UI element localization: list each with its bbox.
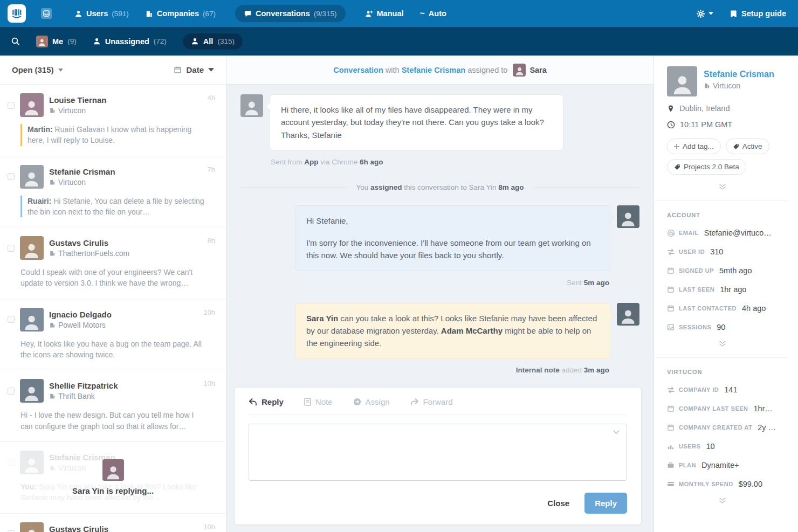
map-pin-icon bbox=[667, 105, 675, 113]
list-item[interactable]: Louise Tiernan Virtucon 4h Martin: Ruair… bbox=[0, 85, 226, 156]
timestamp: 10h bbox=[203, 308, 215, 316]
filter-all-label: All bbox=[203, 37, 214, 46]
list-item[interactable]: Gustavs Cirulis ThathertonFuels.com 10h bbox=[0, 514, 226, 532]
reply-arrow-icon bbox=[249, 398, 257, 406]
customer-message-bubble: Hi there, it looks like all of my files … bbox=[270, 94, 563, 150]
conversation-panel: Conversation with Stefanie Crisman assig… bbox=[226, 56, 653, 532]
replying-overlay: Sara Yin is replying... bbox=[0, 442, 226, 513]
contact-name: Gustavs Cirulis bbox=[49, 238, 129, 247]
nav-companies-label: Companies bbox=[157, 9, 199, 18]
nav-companies-count: (67) bbox=[203, 10, 216, 18]
contact-link[interactable]: Stefanie Crisman bbox=[402, 66, 465, 74]
avatar bbox=[102, 459, 124, 481]
filter-unassigned[interactable]: Unassigned (72) bbox=[93, 37, 167, 46]
expand-composer-icon[interactable] bbox=[613, 430, 620, 434]
chevron-down-icon bbox=[708, 12, 713, 15]
assignee-name: Sara bbox=[529, 66, 546, 74]
checkbox[interactable] bbox=[8, 173, 15, 180]
reply-input[interactable] bbox=[249, 424, 627, 481]
expand-company-icon[interactable] bbox=[667, 497, 778, 505]
data-row-monthly-spend: MONTHLY SPEND $99.00 bbox=[667, 480, 788, 488]
data-row-email: EMAIL Stefanie@virtuco… bbox=[667, 229, 788, 237]
tab-forward-label: Forward bbox=[423, 397, 453, 406]
list-item[interactable]: Ignacio Delgado Powell Motors 10h Hey, I… bbox=[0, 299, 226, 371]
user-icon bbox=[93, 37, 101, 45]
filter-me[interactable]: Me (9) bbox=[36, 36, 77, 47]
nav-conversations[interactable]: Conversations (9/315) bbox=[235, 5, 346, 22]
building-icon bbox=[49, 107, 56, 114]
nav-users[interactable]: Users (591) bbox=[74, 9, 129, 18]
list-item[interactable]: Stefanie Crisman Virtucon 7h Ruairi: Hi … bbox=[0, 156, 226, 228]
list-item[interactable]: Gustavs Cirulis ThathertonFuels.com 8h C… bbox=[0, 227, 226, 299]
checkbox[interactable] bbox=[8, 102, 15, 109]
building-icon bbox=[49, 250, 56, 257]
list-item-replying[interactable]: Stefanie Crisman Virtucon You: Sara Yin … bbox=[0, 442, 226, 514]
tag-list: Add tag... Active Projects 2.0 Beta bbox=[667, 139, 783, 175]
message-meta: Sent 5m ago bbox=[240, 279, 609, 287]
avatar bbox=[20, 379, 44, 403]
data-row-plan: PLAN Dynamite+ bbox=[667, 461, 788, 469]
nav-companies[interactable]: Companies (67) bbox=[145, 9, 216, 18]
timestamp: 8h bbox=[208, 237, 215, 245]
data-row-user-id: USER ID 310 bbox=[667, 247, 788, 256]
top-nav: Users (591) Companies (67) Conversations… bbox=[0, 0, 798, 27]
intercom-logo[interactable] bbox=[8, 4, 26, 23]
message-preview: Hi - I love the new design. But can you … bbox=[20, 410, 207, 432]
list-item[interactable]: Shellie Fitzpatrick Thrift Bank 10h Hi -… bbox=[0, 370, 226, 442]
settings-menu[interactable] bbox=[696, 9, 713, 18]
filter-all[interactable]: All (315) bbox=[183, 33, 243, 50]
profile-header: Stefanie Crisman Virtucon bbox=[667, 66, 788, 96]
checkbox[interactable] bbox=[8, 388, 15, 395]
setup-guide-link[interactable]: Setup guide bbox=[730, 9, 786, 18]
checkbox[interactable] bbox=[8, 316, 15, 323]
contact-company: Virtucon bbox=[58, 178, 86, 186]
list-header: Open (315) Date bbox=[0, 56, 226, 85]
company-section: VIRTUCON COMPANY ID 141 COMPANY LAST SEE… bbox=[654, 357, 788, 505]
search-icon[interactable] bbox=[11, 37, 20, 46]
profile-name[interactable]: Stefanie Crisman bbox=[704, 70, 774, 79]
message-text: Hi Stefanie, bbox=[306, 215, 599, 227]
tab-forward[interactable]: Forward bbox=[410, 397, 453, 406]
account-section-title: ACCOUNT bbox=[667, 212, 788, 218]
app-switcher-icon[interactable] bbox=[41, 8, 52, 19]
data-row-signed-up: SIGNED UP 5mth ago bbox=[667, 266, 788, 275]
swap-arrows-icon bbox=[667, 248, 679, 256]
plus-icon bbox=[674, 144, 679, 149]
building-icon bbox=[49, 179, 56, 185]
open-filter-dropdown[interactable]: Open (315) bbox=[12, 65, 63, 74]
nav-manual[interactable]: Manual bbox=[365, 9, 404, 18]
avatar bbox=[667, 66, 697, 96]
tag-projects-beta[interactable]: Projects 2.0 Beta bbox=[667, 159, 746, 175]
nav-users-count: (591) bbox=[112, 10, 129, 18]
nav-auto[interactable]: ~ Auto bbox=[419, 9, 446, 18]
tab-reply[interactable]: Reply bbox=[249, 397, 284, 406]
avatar bbox=[36, 36, 48, 47]
filter-unassigned-count: (72) bbox=[154, 37, 167, 45]
expand-profile-icon[interactable] bbox=[667, 183, 778, 191]
profile-company[interactable]: Virtucon bbox=[713, 81, 740, 90]
tag-active[interactable]: Active bbox=[726, 139, 769, 154]
add-tag-button[interactable]: Add tag... bbox=[667, 139, 721, 154]
tab-note[interactable]: Note bbox=[304, 397, 333, 406]
conversation-link[interactable]: Conversation bbox=[333, 66, 383, 74]
calendar-icon bbox=[667, 286, 679, 293]
primary-nav: Users (591) Companies (67) Conversations… bbox=[74, 5, 446, 22]
message-preview: Hey, It looks like you have a bug on the… bbox=[20, 338, 207, 361]
tab-assign[interactable]: Assign bbox=[353, 397, 390, 406]
building-icon bbox=[49, 393, 56, 399]
tag-icon bbox=[733, 143, 739, 150]
close-button[interactable]: Close bbox=[547, 499, 569, 508]
location-row: Dublin, Ireland bbox=[667, 104, 788, 113]
user-icon bbox=[191, 37, 199, 45]
expand-account-icon[interactable] bbox=[667, 340, 778, 348]
chevron-down-icon bbox=[208, 68, 214, 72]
reply-button[interactable]: Reply bbox=[584, 493, 627, 514]
open-filter-label: Open (315) bbox=[12, 65, 54, 74]
checkbox[interactable] bbox=[8, 245, 15, 252]
assignment-event: You assigned this conversation to Sara Y… bbox=[240, 183, 639, 191]
intercom-logo-icon bbox=[11, 8, 23, 19]
book-icon bbox=[730, 10, 738, 18]
admin-message-row: Hi Stefanie, I'm sorry for the inconveni… bbox=[240, 205, 639, 271]
sort-by-date-dropdown[interactable]: Date bbox=[174, 65, 214, 74]
data-row-last-seen: LAST SEEN 1hr ago bbox=[667, 285, 788, 294]
